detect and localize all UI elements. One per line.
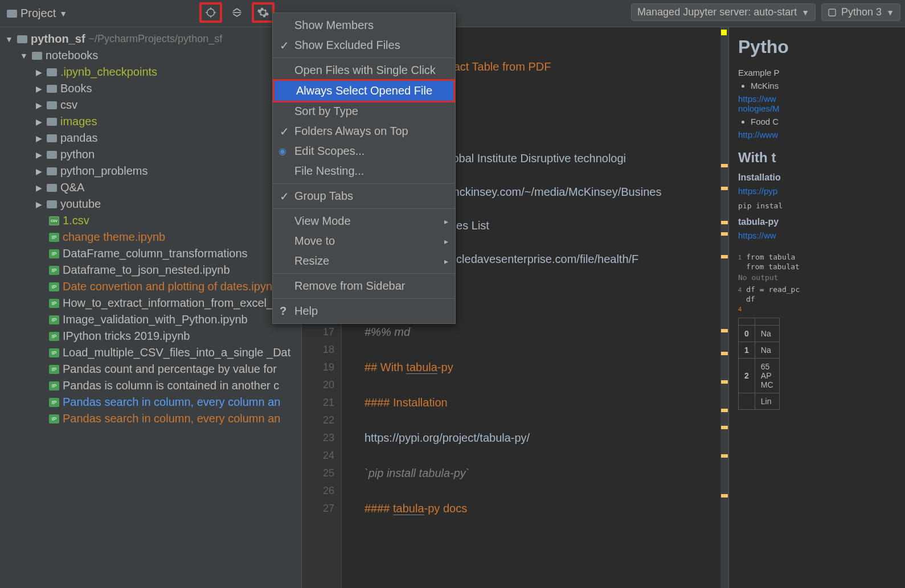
tree-file[interactable]: IPImage_validation_with_Python.ipynb <box>0 311 301 328</box>
line-gutter: 1718192021222324252627 <box>302 318 342 588</box>
error-stripe[interactable] <box>720 27 728 588</box>
locate-button[interactable] <box>199 2 222 23</box>
folder-icon <box>17 35 27 43</box>
chevron-down-icon: ▼ <box>59 9 67 18</box>
chevron-right-icon[interactable]: ▶ <box>34 84 43 93</box>
ipynb-file-icon: IP <box>49 365 59 374</box>
jupyter-server-selector[interactable]: Managed Jupyter server: auto-start ▼ <box>631 3 816 21</box>
python-interpreter-selector[interactable]: Python 3 ▼ <box>821 3 900 21</box>
tree-folder[interactable]: ▶.ipynb_checkpoints <box>0 64 301 80</box>
tree-file[interactable]: IPDate convertion and plotting of dates.… <box>0 278 301 295</box>
project-selector[interactable]: Project ▼ <box>5 5 69 22</box>
svg-point-0 <box>207 9 215 17</box>
tree-folder[interactable]: ▶python <box>0 146 301 163</box>
tree-folder[interactable]: ▶youtube <box>0 196 301 212</box>
chevron-right-icon[interactable]: ▶ <box>34 150 43 159</box>
tree-file[interactable]: IPchange theme.ipynb <box>0 229 301 245</box>
chevron-right-icon[interactable]: ▶ <box>34 68 43 77</box>
menu-folders-on-top[interactable]: Folders Always on Top <box>273 121 455 141</box>
folder-icon <box>47 200 57 208</box>
tree-file[interactable]: IPPandas search in column, every column … <box>0 410 301 427</box>
chevron-right-icon[interactable]: ▶ <box>34 200 43 209</box>
menu-resize[interactable]: Resize <box>273 251 455 271</box>
tree-root[interactable]: ▼ python_sf ~/PycharmProjects/python_sf <box>0 31 301 47</box>
svg-rect-6 <box>829 9 836 16</box>
preview-pane: Pytho Example P McKins https://wwnologie… <box>728 27 905 588</box>
ipynb-file-icon: IP <box>49 249 59 258</box>
tree-file[interactable]: IPHow_to_extract_information_from_excel_… <box>0 295 301 311</box>
preview-link[interactable]: https://ww <box>738 231 776 240</box>
menu-move-to[interactable]: Move to <box>273 231 455 251</box>
ipynb-file-icon: IP <box>49 414 59 423</box>
folder-icon <box>47 134 57 142</box>
folder-icon <box>47 167 57 175</box>
preview-title: Pytho <box>738 36 896 57</box>
settings-button[interactable] <box>252 2 275 23</box>
menu-open-single-click[interactable]: Open Files with Single Click <box>273 60 455 80</box>
tree-file[interactable]: IPDataframe_to_json_nested.ipynb <box>0 262 301 278</box>
tree-file[interactable]: csv1.csv <box>0 212 301 229</box>
menu-always-select-opened[interactable]: Always Select Opened File <box>273 79 455 102</box>
tree-file[interactable]: IPPandas count and percentage by value f… <box>0 361 301 377</box>
tree-file[interactable]: IPLoad_multiple_CSV_files_into_a_single … <box>0 344 301 361</box>
ipynb-file-icon: IP <box>49 381 59 390</box>
folder-icon <box>47 68 57 76</box>
chevron-down-icon[interactable]: ▼ <box>5 35 14 44</box>
chevron-right-icon[interactable]: ▶ <box>34 167 43 176</box>
ipynb-file-icon: IP <box>49 348 59 357</box>
collapse-button[interactable] <box>226 2 248 23</box>
ipynb-file-icon: IP <box>49 315 59 324</box>
menu-edit-scopes[interactable]: Edit Scopes... <box>273 141 455 161</box>
folder-icon <box>47 118 57 126</box>
chevron-right-icon[interactable]: ▶ <box>34 134 43 143</box>
menu-file-nesting[interactable]: File Nesting... <box>273 161 455 181</box>
tree-folder[interactable]: ▶csv <box>0 97 301 113</box>
tree-folder[interactable]: ▶python_problems <box>0 163 301 179</box>
ipynb-file-icon: IP <box>49 299 59 308</box>
chevron-down-icon[interactable]: ▼ <box>19 51 28 60</box>
csv-file-icon: csv <box>49 216 59 225</box>
menu-sort-by-type[interactable]: Sort by Type <box>273 101 455 121</box>
chevron-right-icon[interactable]: ▶ <box>34 101 43 110</box>
ipynb-file-icon: IP <box>49 233 59 242</box>
preview-link[interactable]: https://wwnologies/M <box>738 94 780 113</box>
code-content[interactable]: #%% md ## With tabula-py #### Installati… <box>342 318 720 588</box>
folder-icon <box>47 85 57 93</box>
tree-folder[interactable]: ▶Q&A <box>0 179 301 196</box>
project-tree: ▼ python_sf ~/PycharmProjects/python_sf … <box>0 27 302 588</box>
ipynb-file-icon: IP <box>49 332 59 341</box>
chevron-right-icon[interactable]: ▶ <box>34 117 43 126</box>
menu-show-members[interactable]: Show Members <box>273 15 455 35</box>
ipynb-file-icon: IP <box>49 282 59 291</box>
tree-folder[interactable]: ▶pandas <box>0 130 301 146</box>
project-view-options-menu: Show Members Show Excluded Files Open Fi… <box>272 13 456 324</box>
menu-remove-sidebar[interactable]: Remove from Sidebar <box>273 276 455 296</box>
tree-file[interactable]: IPIPython tricks 2019.ipynb <box>0 328 301 344</box>
menu-group-tabs[interactable]: Group Tabs <box>273 186 455 206</box>
folder-icon <box>7 10 17 18</box>
tree-folder[interactable]: ▶images <box>0 113 301 130</box>
menu-view-mode[interactable]: View Mode <box>273 211 455 231</box>
tree-file[interactable]: IPPandas search in column, every column … <box>0 394 301 410</box>
preview-table: 0Na 1Na 265APMC Lin <box>738 318 780 410</box>
folder-icon <box>47 151 57 159</box>
tree-file[interactable]: IPPandas is column is contained in anoth… <box>0 377 301 394</box>
chevron-right-icon[interactable]: ▶ <box>34 183 43 192</box>
tree-file[interactable]: IPDataFrame_column_transformations <box>0 245 301 262</box>
chevron-down-icon: ▼ <box>886 8 894 17</box>
preview-link[interactable]: http://www <box>738 130 778 139</box>
project-label: Project <box>21 7 56 20</box>
folder-icon <box>47 101 57 109</box>
menu-show-excluded[interactable]: Show Excluded Files <box>273 35 455 55</box>
chevron-down-icon: ▼ <box>801 8 809 17</box>
preview-link[interactable]: https://pyp <box>738 186 777 196</box>
tree-folder[interactable]: ▶Books <box>0 80 301 97</box>
folder-icon <box>32 52 42 60</box>
ipynb-file-icon: IP <box>49 266 59 275</box>
menu-help[interactable]: Help <box>273 301 455 321</box>
ipynb-file-icon: IP <box>49 398 59 407</box>
tree-folder-notebooks[interactable]: ▼ notebooks <box>0 47 301 64</box>
folder-icon <box>47 184 57 192</box>
